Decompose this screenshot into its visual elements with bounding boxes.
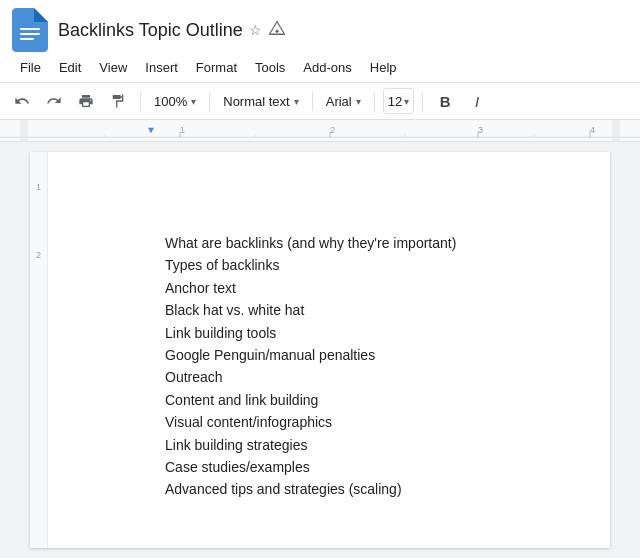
margin-num-2: 2 bbox=[36, 250, 41, 260]
font-value: Arial bbox=[326, 94, 352, 109]
undo-button[interactable] bbox=[8, 88, 36, 114]
doc-line-11[interactable]: Case studies/examples bbox=[165, 456, 570, 478]
font-size-dropdown[interactable]: 12 ▾ bbox=[383, 88, 414, 114]
text-style-dropdown-arrow: ▾ bbox=[294, 96, 299, 107]
drive-icon bbox=[268, 20, 286, 41]
doc-line-10[interactable]: Link building strategies bbox=[165, 434, 570, 456]
svg-rect-1 bbox=[20, 33, 40, 35]
document-area: 1 2 What are backlinks (and why they're … bbox=[0, 142, 640, 558]
font-size-dropdown-arrow: ▾ bbox=[404, 96, 409, 107]
svg-rect-7 bbox=[612, 120, 620, 141]
doc-line-9[interactable]: Visual content/infographics bbox=[165, 411, 570, 433]
toolbar-divider-3 bbox=[312, 91, 313, 111]
toolbar-divider-5 bbox=[422, 91, 423, 111]
font-dropdown[interactable]: Arial ▾ bbox=[321, 88, 366, 114]
document-page: 1 2 What are backlinks (and why they're … bbox=[30, 152, 610, 548]
doc-line-12[interactable]: Advanced tips and strategies (scaling) bbox=[165, 478, 570, 500]
toolbar-divider-2 bbox=[209, 91, 210, 111]
doc-line-5[interactable]: Link building tools bbox=[165, 322, 570, 344]
zoom-value: 100% bbox=[154, 94, 187, 109]
menu-format[interactable]: Format bbox=[188, 56, 245, 79]
redo-button[interactable] bbox=[40, 88, 68, 114]
menu-help[interactable]: Help bbox=[362, 56, 405, 79]
svg-rect-0 bbox=[20, 28, 40, 30]
doc-line-1[interactable]: What are backlinks (and why they're impo… bbox=[165, 232, 570, 254]
menu-file[interactable]: File bbox=[12, 56, 49, 79]
font-size-value: 12 bbox=[388, 94, 402, 109]
svg-text:2: 2 bbox=[330, 126, 335, 136]
menu-edit[interactable]: Edit bbox=[51, 56, 89, 79]
svg-rect-4 bbox=[0, 120, 640, 141]
toolbar-divider-1 bbox=[140, 91, 141, 111]
svg-rect-6 bbox=[20, 120, 28, 141]
print-button[interactable] bbox=[72, 88, 100, 114]
toolbar: 100% ▾ Normal text ▾ Arial ▾ 12 ▾ B I bbox=[0, 82, 640, 120]
ruler: rulers 1 2 3 4 bbox=[0, 120, 640, 142]
doc-line-3[interactable]: Anchor text bbox=[165, 277, 570, 299]
menu-insert[interactable]: Insert bbox=[137, 56, 186, 79]
bold-button[interactable]: B bbox=[431, 88, 459, 114]
star-icon[interactable]: ☆ bbox=[249, 22, 262, 38]
svg-text:4: 4 bbox=[590, 126, 595, 136]
text-style-value: Normal text bbox=[223, 94, 289, 109]
title-row: Backlinks Topic Outline ☆ bbox=[58, 20, 628, 41]
menu-tools[interactable]: Tools bbox=[247, 56, 293, 79]
doc-line-8[interactable]: Content and link building bbox=[165, 389, 570, 411]
margin-num-1: 1 bbox=[36, 182, 41, 192]
paint-format-button[interactable] bbox=[104, 88, 132, 114]
italic-button[interactable]: I bbox=[463, 88, 491, 114]
svg-point-3 bbox=[275, 29, 278, 32]
menu-addons[interactable]: Add-ons bbox=[295, 56, 359, 79]
docs-logo-icon bbox=[12, 8, 48, 52]
svg-text:1: 1 bbox=[180, 126, 185, 136]
font-dropdown-arrow: ▾ bbox=[356, 96, 361, 107]
document-content: What are backlinks (and why they're impo… bbox=[70, 172, 570, 501]
menu-view[interactable]: View bbox=[91, 56, 135, 79]
zoom-dropdown[interactable]: 100% ▾ bbox=[149, 88, 201, 114]
doc-line-2[interactable]: Types of backlinks bbox=[165, 254, 570, 276]
zoom-dropdown-arrow: ▾ bbox=[191, 96, 196, 107]
text-style-dropdown[interactable]: Normal text ▾ bbox=[218, 88, 303, 114]
left-margin: 1 2 bbox=[30, 152, 48, 548]
ruler-svg: rulers 1 2 3 4 bbox=[0, 120, 640, 141]
title-area: Backlinks Topic Outline ☆ bbox=[58, 20, 628, 41]
doc-line-6[interactable]: Google Penguin/manual penalties bbox=[165, 344, 570, 366]
menu-bar: File Edit View Insert Format Tools Add-o… bbox=[0, 52, 640, 82]
doc-line-4[interactable]: Black hat vs. white hat bbox=[165, 299, 570, 321]
svg-rect-2 bbox=[20, 38, 34, 40]
title-bar: Backlinks Topic Outline ☆ bbox=[0, 0, 640, 52]
svg-text:3: 3 bbox=[478, 126, 483, 136]
doc-line-7[interactable]: Outreach bbox=[165, 366, 570, 388]
toolbar-divider-4 bbox=[374, 91, 375, 111]
document-title[interactable]: Backlinks Topic Outline bbox=[58, 20, 243, 41]
